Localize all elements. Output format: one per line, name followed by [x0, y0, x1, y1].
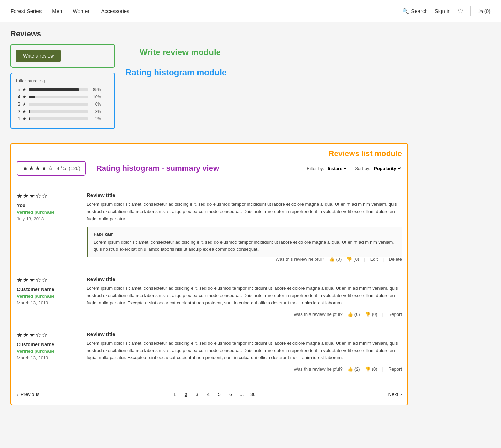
summary-section: ★★★★☆ 4 / 5 (126) Rating histogram - sum…	[17, 161, 402, 179]
thumbs-up-count: (0)	[336, 257, 342, 262]
verified-badge: Verified purchase	[17, 349, 80, 354]
separator: |	[383, 257, 384, 262]
bar-container[interactable]	[29, 103, 88, 106]
star-icon: ★	[22, 101, 27, 107]
summary-rating-box: ★★★★☆ 4 / 5 (126)	[17, 161, 86, 176]
verified-badge: Verified purchase	[17, 294, 80, 299]
header: Forest Series Men Women Accessories 🔍 Se…	[0, 0, 501, 22]
thumbs-down-icon: 👎	[365, 366, 371, 372]
star-number: 1	[16, 116, 20, 121]
histogram-row: 5 ★ 85%	[16, 87, 110, 92]
bar-container[interactable]	[29, 110, 88, 113]
bar-container[interactable]	[29, 96, 88, 98]
star-number: 3	[16, 101, 20, 107]
star-icon: ★	[22, 87, 27, 92]
filter-sort-bar: Filter by: 5 stars 4 stars 3 stars 2 sta…	[307, 166, 402, 172]
reviews-container: ★★★☆☆ You Verified purchase July 13, 201…	[17, 185, 402, 379]
thumbs-down-button[interactable]: 👎 (0)	[365, 312, 377, 317]
thumbs-down-count: (0)	[372, 366, 377, 372]
reviews-list-module: Reviews list module ★★★★☆ 4 / 5 (126) Ra…	[10, 143, 408, 405]
star-number: 2	[16, 109, 20, 114]
bar-container[interactable]	[29, 88, 88, 91]
sign-in-button[interactable]: Sign in	[435, 8, 451, 14]
thumbs-down-icon: 👎	[346, 257, 352, 262]
page-number[interactable]: 3	[192, 389, 202, 399]
review-date: March 13, 2019	[17, 355, 80, 360]
summary-count: (126)	[69, 166, 80, 171]
star-icon: ★	[22, 116, 27, 121]
reviewer-name: Customer Name	[17, 342, 80, 347]
table-row: ★★★☆☆ Customer Name Verified purchase Ma…	[17, 269, 402, 324]
review-right: Review title Lorem ipsum dolor sit amet,…	[87, 331, 402, 372]
bar-percent: 85%	[90, 87, 101, 92]
review-body: Lorem ipsum dolor sit amet, consectetur …	[87, 285, 402, 306]
helpful-label: Was this review helpful?	[294, 366, 343, 372]
table-row: ★★★☆☆ You Verified purchase July 13, 201…	[17, 185, 402, 269]
page-title: Reviews	[10, 29, 408, 38]
review-date: July 13, 2018	[17, 216, 80, 221]
histogram-row: 2 ★ 3%	[16, 109, 110, 114]
edit-button[interactable]: Edit	[370, 257, 378, 262]
wishlist-button[interactable]: ♡	[458, 7, 463, 15]
review-left: ★★★☆☆ You Verified purchase July 13, 201…	[17, 192, 80, 262]
separator: |	[364, 257, 365, 262]
histogram-row: 3 ★ 0%	[16, 101, 110, 107]
nav-women[interactable]: Women	[73, 8, 90, 14]
thumbs-down-count: (0)	[353, 257, 359, 262]
summary-score: 4 / 5	[57, 166, 66, 171]
filter-by-item: Filter by: 5 stars 4 stars 3 stars 2 sta…	[307, 166, 348, 172]
response-body: Lorem ipsum dolor sit amet, consectetur …	[94, 239, 396, 252]
search-button[interactable]: 🔍 Search	[402, 8, 428, 14]
thumbs-up-button[interactable]: 👍 (0)	[347, 312, 360, 317]
bar-fill	[29, 96, 35, 98]
nav-forest-series[interactable]: Forest Series	[10, 8, 42, 14]
thumbs-down-icon: 👎	[365, 312, 371, 317]
page-number[interactable]: 6	[226, 389, 235, 399]
page-number[interactable]: 5	[215, 389, 224, 399]
separator: |	[382, 312, 383, 317]
filter-by-rating-label: Filter by rating	[16, 78, 110, 83]
sort-by-label: Sort by:	[355, 166, 371, 171]
review-actions: Was this review helpful? 👍 (0) 👎 (0) | E…	[87, 257, 402, 262]
thumbs-down-button[interactable]: 👎 (0)	[365, 366, 377, 372]
main-content: Reviews Write a review Filter by rating …	[0, 22, 419, 412]
thumbs-up-icon: 👍	[329, 257, 335, 262]
search-label: Search	[411, 8, 428, 14]
review-body: Lorem ipsum dolor sit amet, consectetur …	[87, 201, 402, 222]
header-right: 🔍 Search Sign in ♡ 🛍 (0)	[402, 6, 491, 16]
page-number[interactable]: 1	[170, 389, 180, 399]
thumbs-up-button[interactable]: 👍 (2)	[347, 366, 360, 372]
star-number: 4	[16, 94, 20, 99]
write-review-button[interactable]: Write a review	[16, 50, 61, 62]
review-stars: ★★★☆☆	[17, 192, 80, 200]
thumbs-up-count: (0)	[354, 312, 360, 317]
bar-percent: 10%	[90, 94, 101, 99]
nav-men[interactable]: Men	[52, 8, 62, 14]
nav-accessories[interactable]: Accessories	[101, 8, 129, 14]
page-number[interactable]: 36	[248, 389, 258, 399]
delete-button[interactable]: Delete	[389, 257, 402, 262]
separator: |	[382, 366, 383, 372]
sort-by-select[interactable]: Popularity Newest Oldest	[373, 166, 402, 172]
helpful-label: Was this review helpful?	[276, 257, 324, 262]
reviewer-name: You	[17, 203, 80, 208]
main-nav: Forest Series Men Women Accessories	[10, 8, 129, 14]
verified-badge: Verified purchase	[17, 210, 80, 215]
rating-histogram-module-label: Rating histogram module	[126, 68, 226, 77]
filter-by-label: Filter by:	[307, 166, 324, 171]
page-numbers: 123456...36	[170, 389, 258, 399]
next-button[interactable]: Next ›	[388, 392, 402, 397]
review-title: Review title	[87, 192, 402, 198]
page-number[interactable]: 4	[203, 389, 213, 399]
helpful-label: Was this review helpful?	[294, 312, 343, 317]
filter-by-select[interactable]: 5 stars 4 stars 3 stars 2 stars 1 star	[326, 166, 348, 172]
page-number[interactable]: 2	[181, 389, 191, 399]
report-button[interactable]: Report	[388, 366, 402, 372]
previous-button[interactable]: ‹ Previous	[17, 392, 39, 397]
cart-count: (0)	[484, 8, 491, 14]
cart-button[interactable]: 🛍 (0)	[478, 8, 491, 14]
thumbs-up-button[interactable]: 👍 (0)	[329, 257, 342, 262]
thumbs-down-button[interactable]: 👎 (0)	[346, 257, 359, 262]
report-button[interactable]: Report	[388, 312, 402, 317]
bar-container[interactable]	[29, 117, 88, 120]
